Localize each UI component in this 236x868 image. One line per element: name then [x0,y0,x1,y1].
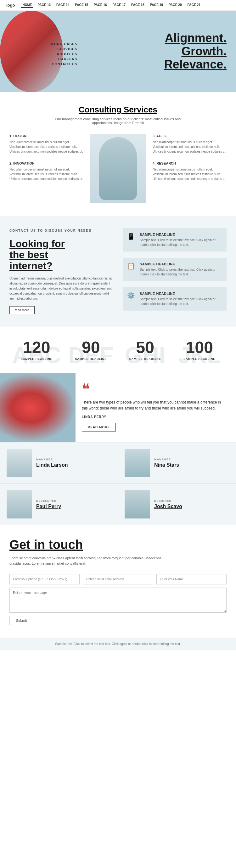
name-input[interactable] [156,574,227,584]
quote-section: ❝ There are two types of people who will… [0,373,236,442]
consulting-right: 3. AGILE Nec ullamcorper sit amet risus … [153,134,227,181]
stat-item-0: ABC 120 SAMPLE HEADLINE [9,339,64,361]
internet-body: Ut enim ad minim veniam, quis nostrud ex… [9,276,113,301]
team-photo-nina [125,449,150,477]
contact-subtitle: Etiam sit amet convallis erat – class ap… [9,556,167,566]
consulting-section: Consulting Services Our management consu… [0,92,236,216]
nav-page21[interactable]: PAGE 21 [186,2,202,8]
team-role-linda: MANAGER [36,458,68,461]
contact-form: Submit [9,574,227,625]
consulting-item-research: 4. RESEARCH Nec ullamcorper sit amet ris… [153,161,227,181]
headline-text-0: Sample text. Click to select the text bo… [140,238,222,247]
nav-page18[interactable]: PAGE 18 [130,2,146,8]
hero-menu-contact[interactable]: CONTACT US [50,62,77,66]
headline-text-2: Sample text. Click to select the text bo… [140,297,222,306]
consulting-innovation-text: Nec ullamcorper sit amet risus nullam eg… [9,167,83,181]
team-name-linda[interactable]: Linda Larson [36,462,68,468]
quote-right: ❝ There are two types of people who will… [76,373,236,442]
team-member-linda: MANAGER Linda Larson [0,442,118,484]
team-member-paul: DEVELOPER Paul Perry [0,484,118,525]
hero-menu-about[interactable]: ABOUT US [50,52,77,56]
hero-headline: Alignment. Growth. Relevance. [164,32,227,71]
nav-page13[interactable]: PAGE 13 [36,2,52,8]
submit-button[interactable]: Submit [9,616,33,625]
stats-section: ABC 120 SAMPLE HEADLINE DEF 90 SAMPLE HE… [0,327,236,373]
headline-title-1: SAMPLE HEADLINE [140,262,222,266]
consulting-item-design: 1. DESIGN Nec ullamcorper sit amet risus… [9,134,83,154]
team-name-paul[interactable]: Paul Perry [36,504,61,509]
internet-section: CONTACT US TO DISCUSS YOUR NEEDS Looking… [0,216,236,327]
read-more-button[interactable]: read more [9,306,35,314]
hero-tagline: Alignment. Growth. Relevance. [164,32,227,71]
team-row-top: MANAGER Linda Larson MANAGER Nina Stars [0,442,236,484]
form-row-top [9,574,227,584]
hero-menu-workcases[interactable]: WORK CASES [50,42,77,46]
consulting-research-text: Nec ullamcorper sit amet risus nullam eg… [153,167,227,181]
team-name-nina[interactable]: Nina Stars [154,462,179,468]
message-textarea[interactable] [9,588,227,613]
nav-links: HOME PAGE 13 PAGE 14 PAGE 15 PAGE 16 PAG… [21,2,202,8]
consulting-agile-text: Nec ullamcorper sit amet risus nullam eg… [153,140,227,154]
stat-label-0: SAMPLE HEADLINE [9,358,64,361]
email-input[interactable] [83,574,153,584]
headline-content-1: SAMPLE HEADLINE Sample text. Click to se… [140,262,222,277]
team-member-nina: MANAGER Nina Stars [118,442,236,484]
hero-menu-careers[interactable]: CAREERS [50,57,77,61]
team-role-josh: DESIGNER [154,499,182,502]
consulting-title: Consulting Services [9,105,227,115]
stat-number-3: 100 [173,339,227,355]
quote-image [0,373,76,442]
team-name-josh[interactable]: Josh Scavo [154,504,182,509]
nav-page19[interactable]: PAGE 19 [149,2,164,8]
stat-number-2: 50 [118,339,173,355]
stat-label-3: SAMPLE HEADLINE [173,358,227,361]
quote-author: LINDA PERRY [82,415,227,418]
consulting-innovation-title: 2. INNOVATION [9,161,83,165]
contact-section: Get in touch Etiam sit amet convallis er… [0,525,236,638]
nav-page16[interactable]: PAGE 16 [93,2,108,8]
stat-label-1: SAMPLE HEADLINE [64,358,118,361]
photo-designer [125,490,150,519]
stat-item-3: JKL 100 SAMPLE HEADLINE [173,339,227,361]
headline-title-0: SAMPLE HEADLINE [140,233,222,237]
consulting-agile-title: 3. AGILE [153,134,227,138]
footer: Sample text. Click to select the text bo… [0,638,236,650]
team-role-paul: DEVELOPER [36,499,61,502]
phone-input[interactable] [9,574,80,584]
hero-section: WORK CASES SERVICES ABOUT US CAREERS CON… [0,11,236,92]
nav-logo: logo [6,3,15,7]
person-silhouette [99,137,137,200]
stat-item-1: DEF 90 SAMPLE HEADLINE [64,339,118,361]
headline-item-0: 📱 SAMPLE HEADLINE Sample text. Click to … [123,228,227,252]
headline-item-1: 📋 SAMPLE HEADLINE Sample text. Click to … [123,258,227,281]
hero-menu-services[interactable]: SERVICES [50,47,77,51]
consulting-research-title: 4. RESEARCH [153,161,227,165]
nav-page15[interactable]: PAGE 15 [74,2,89,8]
phone-icon: 📱 [127,233,136,242]
team-photo-paul [7,490,32,519]
quote-person-photo [0,373,76,442]
team-photo-linda [7,449,32,477]
headline-content-0: SAMPLE HEADLINE Sample text. Click to se… [140,233,222,247]
consulting-subtitle: Our management consulting services focus… [55,117,181,125]
team-info-nina: MANAGER Nina Stars [154,458,179,468]
consulting-design-title: 1. DESIGN [9,134,83,138]
team-info-josh: DESIGNER Josh Scavo [154,499,182,509]
nav-page14[interactable]: PAGE 14 [55,2,71,8]
headline-content-2: SAMPLE HEADLINE Sample text. Click to se… [140,292,222,306]
quote-read-more-button[interactable]: READ MORE [82,423,116,432]
stat-label-2: SAMPLE HEADLINE [118,358,173,361]
calendar-icon: 📋 [127,262,136,271]
nav-page20[interactable]: PAGE 20 [167,2,183,8]
nav-page17[interactable]: PAGE 17 [111,2,127,8]
team-info-linda: MANAGER Linda Larson [36,458,68,468]
nav-home[interactable]: HOME [21,2,33,8]
consulting-item-agile: 3. AGILE Nec ullamcorper sit amet risus … [153,134,227,154]
team-info-paul: DEVELOPER Paul Perry [36,499,61,509]
consulting-grid: 1. DESIGN Nec ullamcorper sit amet risus… [9,134,227,203]
team-section: MANAGER Linda Larson MANAGER Nina Stars [0,442,236,525]
photo-manager2 [125,449,150,477]
internet-heading: Looking for the best internet? [9,238,113,272]
stat-number-1: 90 [64,339,118,355]
team-role-nina: MANAGER [154,458,179,461]
